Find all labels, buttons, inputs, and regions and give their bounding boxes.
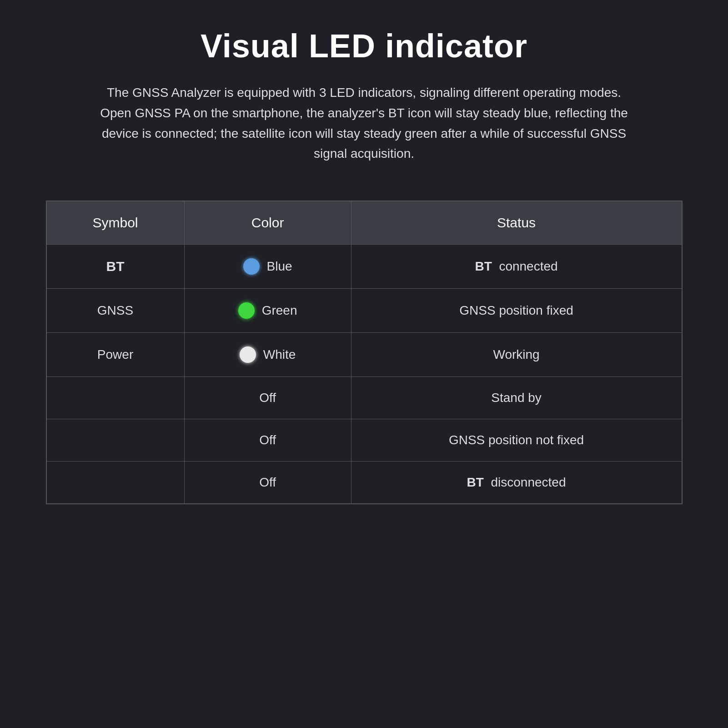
color-cell: Green <box>184 289 351 333</box>
status-gnss-fixed-label: GNSS position fixed <box>459 303 573 317</box>
led-table-wrapper: Symbol Color Status BT Blue <box>46 201 683 504</box>
led-table: Symbol Color Status BT Blue <box>46 201 682 504</box>
table-row: Off Stand by <box>46 377 682 419</box>
status-cell: BT disconnected <box>351 462 682 504</box>
status-disconnected-label: disconnected <box>491 475 566 489</box>
symbol-cell: Power <box>46 333 184 377</box>
led-white-dot <box>240 346 256 363</box>
color-label-off-3: Off <box>259 475 276 490</box>
status-gnss-not-fixed-label: GNSS position not fixed <box>449 433 584 447</box>
status-connected-label: connected <box>499 259 557 273</box>
table-row: GNSS Green GNSS position fixed <box>46 289 682 333</box>
symbol-bt-label: BT <box>106 259 125 274</box>
color-label-white: White <box>263 347 296 362</box>
color-cell: Blue <box>184 245 351 289</box>
status-bt-bold-1: BT <box>475 259 492 273</box>
color-label-blue: Blue <box>267 259 292 274</box>
status-standby-label: Stand by <box>491 391 542 405</box>
symbol-cell <box>46 462 184 504</box>
color-label-off-2: Off <box>259 433 276 447</box>
col-header-status: Status <box>351 201 682 245</box>
color-cell: White <box>184 333 351 377</box>
status-working-label: Working <box>493 347 539 361</box>
table-row: BT Blue BT connected <box>46 245 682 289</box>
table-row: Off BT disconnected <box>46 462 682 504</box>
col-header-color: Color <box>184 201 351 245</box>
status-bt-bold-2: BT <box>467 475 484 489</box>
page-container: Visual LED indicator The GNSS Analyzer i… <box>0 0 728 728</box>
symbol-gnss-label: GNSS <box>97 303 133 317</box>
status-cell: GNSS position not fixed <box>351 419 682 462</box>
table-row: Off GNSS position not fixed <box>46 419 682 462</box>
color-label-green: Green <box>262 303 297 318</box>
status-cell: Working <box>351 333 682 377</box>
color-cell: Off <box>184 462 351 504</box>
page-title: Visual LED indicator <box>201 27 527 65</box>
color-cell: Off <box>184 419 351 462</box>
status-cell: Stand by <box>351 377 682 419</box>
led-blue-dot <box>243 258 260 275</box>
symbol-power-label: Power <box>97 347 133 361</box>
status-cell: GNSS position fixed <box>351 289 682 333</box>
col-header-symbol: Symbol <box>46 201 184 245</box>
led-green-dot <box>238 302 255 319</box>
status-cell: BT connected <box>351 245 682 289</box>
color-cell: Off <box>184 377 351 419</box>
symbol-cell <box>46 419 184 462</box>
color-label-off-1: Off <box>259 391 276 405</box>
symbol-cell: GNSS <box>46 289 184 333</box>
symbol-cell: BT <box>46 245 184 289</box>
page-description: The GNSS Analyzer is equipped with 3 LED… <box>91 83 637 164</box>
table-header-row: Symbol Color Status <box>46 201 682 245</box>
symbol-cell <box>46 377 184 419</box>
table-row: Power White Working <box>46 333 682 377</box>
